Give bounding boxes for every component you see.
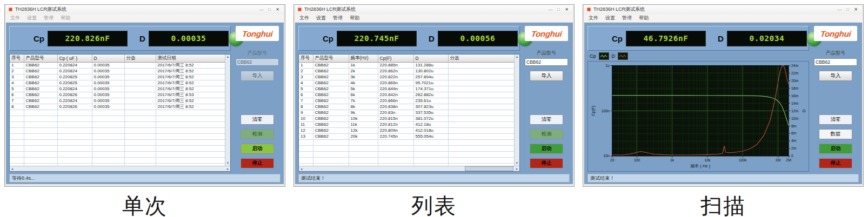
table-row[interactable]: 1 CBB62 1k 220.885n 131.288u <box>299 63 515 69</box>
test-button[interactable]: 检测 <box>241 129 274 139</box>
clear-button[interactable]: 清零 <box>819 114 852 125</box>
column-header: 序号 <box>299 55 313 63</box>
titlebar[interactable]: TH2836H LCR测试系统 — □ ✕ <box>295 5 573 14</box>
app-window-single: TH2836H LCR测试系统 — □ ✕ 文件 设置 管理 帮助 Cp 220… <box>4 4 285 187</box>
start-button[interactable]: 启动 <box>241 144 274 154</box>
menu-settings[interactable]: 设置 <box>316 15 326 22</box>
tab-cp-label[interactable]: Cp <box>590 53 596 59</box>
menu-help[interactable]: 帮助 <box>350 15 359 22</box>
table-row[interactable]: 9 CBB62 9k 220.83n 337.535u <box>299 110 515 116</box>
horizontal-scrollbar[interactable]: ◄► <box>299 166 519 171</box>
table-row[interactable]: 13 CBB62 20k 220.745n 555.054u <box>299 134 515 140</box>
scroll-up-icon[interactable]: ▲ <box>516 55 518 59</box>
maximize-button[interactable]: □ <box>265 5 273 13</box>
menu-manage[interactable]: 管理 <box>622 15 632 22</box>
stop-button[interactable]: 停止 <box>530 158 563 168</box>
menu-file[interactable]: 文件 <box>589 15 598 22</box>
product-model-input[interactable] <box>236 58 279 66</box>
stop-button[interactable]: 停止 <box>819 158 852 168</box>
column-header: Cp ( uF ) <box>57 55 92 63</box>
svg-text:2M: 2M <box>786 158 791 162</box>
table-empty-row <box>10 134 225 140</box>
test-button[interactable]: 检测 <box>530 129 563 139</box>
import-button[interactable]: 导入 <box>819 71 852 81</box>
import-button[interactable]: 导入 <box>530 71 563 81</box>
table-row[interactable]: 8 CBB62 0.220826 0.00035 2017/6/7/周三 8:5… <box>10 104 225 110</box>
import-button[interactable]: 导入 <box>241 71 274 81</box>
table-row[interactable]: 4 CBB62 0.220825 0.00035 2017/6/7/周三 8:5… <box>10 80 225 86</box>
table-row[interactable]: 2 CBB62 0.220824 0.00035 2017/6/7/周三 8:5… <box>10 69 225 74</box>
scroll-left-icon[interactable]: ◄ <box>299 167 304 171</box>
tab-d-label[interactable]: D <box>612 53 616 59</box>
product-model-input[interactable] <box>525 58 568 66</box>
close-button[interactable]: ✕ <box>563 5 571 13</box>
vertical-scrollbar[interactable]: ▲▼ <box>514 55 519 166</box>
data-button[interactable]: 数据 <box>819 129 852 139</box>
titlebar[interactable]: TH2836H LCR测试系统 — □ ✕ <box>584 5 862 14</box>
menu-file[interactable]: 文件 <box>299 15 309 22</box>
table-empty-row <box>10 128 225 134</box>
table-row[interactable]: 2 CBB62 2k 220.862n 130.802u <box>299 69 515 74</box>
minimize-button[interactable]: — <box>836 5 844 13</box>
svg-text:1k: 1k <box>670 158 675 162</box>
minimize-button[interactable]: — <box>257 5 265 13</box>
close-button[interactable]: ✕ <box>273 5 282 13</box>
scroll-right-icon[interactable]: ► <box>515 167 519 171</box>
maximize-button[interactable]: □ <box>844 5 852 13</box>
product-model-label: 产品型号 <box>537 50 556 57</box>
table-row[interactable]: 7 CBB62 7k 220.866n 235.61u <box>299 98 515 104</box>
menu-settings[interactable]: 设置 <box>605 15 615 22</box>
clear-button[interactable]: 清零 <box>530 114 563 125</box>
scroll-right-icon[interactable]: ► <box>225 167 230 171</box>
cp-curve-icon[interactable] <box>599 52 609 60</box>
table-row[interactable]: 5 CBB62 0.220824 0.00035 2017/6/7/周三 8:5… <box>10 86 225 92</box>
table-row[interactable]: 7 CBB62 0.220824 0.00035 2017/6/7/周三 8:5… <box>10 98 225 104</box>
start-button[interactable]: 启动 <box>530 144 563 154</box>
menu-file[interactable]: 文件 <box>10 15 20 22</box>
titlebar[interactable]: TH2836H LCR测试系统 — □ ✕ <box>6 5 284 14</box>
scroll-down-icon[interactable]: ▼ <box>516 161 518 166</box>
table-row[interactable]: 12 CBB62 12k 220.809n 412.018u <box>299 128 515 134</box>
caption-list: 列表 <box>293 187 575 217</box>
svg-text:10n: 10n <box>603 154 610 158</box>
table-empty-row <box>10 152 225 158</box>
d-value-lcd: 0.00056 <box>438 31 518 46</box>
menu-manage[interactable]: 管理 <box>44 15 54 22</box>
product-model-input[interactable] <box>814 58 857 66</box>
table-row[interactable]: 3 CBB62 3k 220.822n 257.894u <box>299 74 515 80</box>
d-value-lcd: 0.02034 <box>727 31 807 46</box>
cp-label: Cp <box>323 34 333 43</box>
table-row[interactable]: 1 CBB62 0.220824 0.00035 2017/6/7/周三 8:5… <box>10 63 225 69</box>
menubar: 文件 设置 管理 帮助 <box>584 14 862 23</box>
close-button[interactable]: ✕ <box>852 5 860 13</box>
horizontal-scrollbar[interactable]: ◄► <box>10 166 230 171</box>
table-row[interactable]: 8 CBB62 8k 220.838n 307.823u <box>299 104 515 110</box>
menu-manage[interactable]: 管理 <box>333 15 343 22</box>
menu-help[interactable]: 帮助 <box>639 15 649 22</box>
stop-button[interactable]: 停止 <box>241 158 274 168</box>
table-row[interactable]: 6 CBB62 0.220826 0.00035 2017/6/7/周三 8:5… <box>10 92 225 98</box>
d-curve-icon[interactable] <box>618 52 628 60</box>
table-row[interactable]: 4 CBB62 4k 220.865n 95.7021u <box>299 80 515 86</box>
table-row[interactable]: 5 CBB62 5k 220.849n 174.371u <box>299 86 515 92</box>
window-title: TH2836H LCR测试系统 <box>15 6 66 13</box>
svg-text:1u: 1u <box>605 64 610 67</box>
table-row[interactable]: 6 CBB62 6k 220.842n 262.882u <box>299 92 515 98</box>
start-button[interactable]: 启动 <box>819 144 852 154</box>
scroll-up-icon[interactable]: ▲ <box>226 55 229 59</box>
scroll-left-icon[interactable]: ◄ <box>10 167 15 171</box>
table-row[interactable]: 11 CBB62 11k 220.812n 412.18u <box>299 122 515 128</box>
column-header: Cp(F) <box>378 55 413 63</box>
maximize-button[interactable]: □ <box>555 5 563 13</box>
table-row[interactable]: 3 CBB62 0.220825 0.00035 2017/6/7/周三 8:5… <box>10 74 225 80</box>
scroll-thumb[interactable] <box>465 166 513 171</box>
menu-settings[interactable]: 设置 <box>27 15 37 22</box>
table-row[interactable]: 10 CBB62 10k 220.815n 381.072u <box>299 116 515 122</box>
measurement-display: Cp 220.826nF D 0.00035 <box>9 26 231 51</box>
clear-button[interactable]: 清零 <box>241 114 274 125</box>
table-header-row: 序号产品型号Cp ( uF )D分选测试日期 <box>10 55 225 63</box>
minimize-button[interactable]: — <box>546 5 555 13</box>
menu-help[interactable]: 帮助 <box>61 15 70 22</box>
vertical-scrollbar[interactable]: ▲▼ <box>225 55 230 166</box>
scroll-down-icon[interactable]: ▼ <box>226 161 229 166</box>
